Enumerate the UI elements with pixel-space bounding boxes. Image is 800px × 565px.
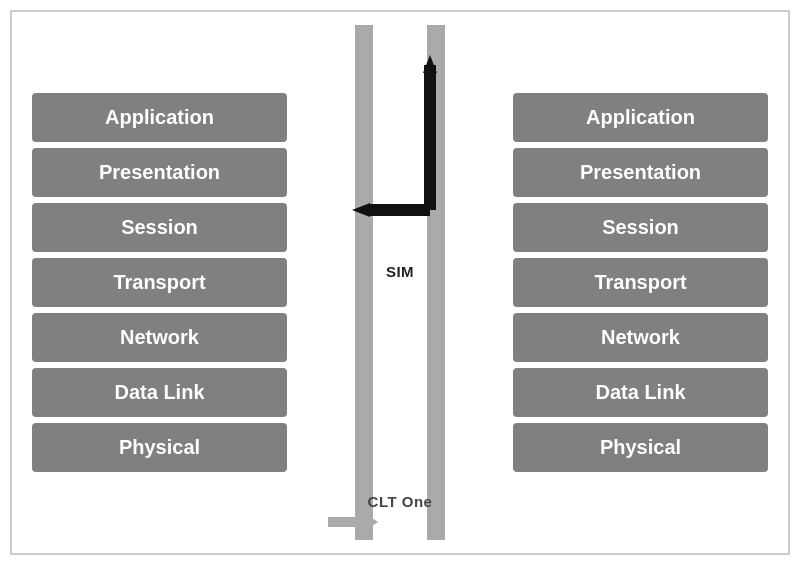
right-layer-network: Network bbox=[513, 313, 768, 362]
bottom-left-arrow bbox=[328, 512, 378, 532]
svg-marker-5 bbox=[328, 512, 378, 532]
sim-arrows bbox=[340, 55, 460, 255]
left-layer-network: Network bbox=[32, 313, 287, 362]
right-layer-stack: Application Presentation Session Transpo… bbox=[513, 93, 768, 472]
right-layer-application: Application bbox=[513, 93, 768, 142]
left-layer-presentation: Presentation bbox=[32, 148, 287, 197]
left-layer-stack: Application Presentation Session Transpo… bbox=[32, 93, 287, 472]
left-layer-session: Session bbox=[32, 203, 287, 252]
svg-marker-4 bbox=[423, 55, 437, 73]
right-layer-transport: Transport bbox=[513, 258, 768, 307]
right-layer-datalink: Data Link bbox=[513, 368, 768, 417]
svg-marker-2 bbox=[352, 203, 370, 217]
right-layer-session: Session bbox=[513, 203, 768, 252]
left-layer-transport: Transport bbox=[32, 258, 287, 307]
right-layer-physical: Physical bbox=[513, 423, 768, 472]
left-layer-application: Application bbox=[32, 93, 287, 142]
sim-container: SIM bbox=[340, 55, 460, 280]
right-layer-presentation: Presentation bbox=[513, 148, 768, 197]
diagram: Application Presentation Session Transpo… bbox=[10, 10, 790, 555]
left-layer-datalink: Data Link bbox=[32, 368, 287, 417]
clt-label: CLT One bbox=[368, 493, 433, 510]
sim-label: SIM bbox=[386, 263, 414, 280]
left-layer-physical: Physical bbox=[32, 423, 287, 472]
middle-section: SIM CLT One bbox=[300, 25, 500, 540]
